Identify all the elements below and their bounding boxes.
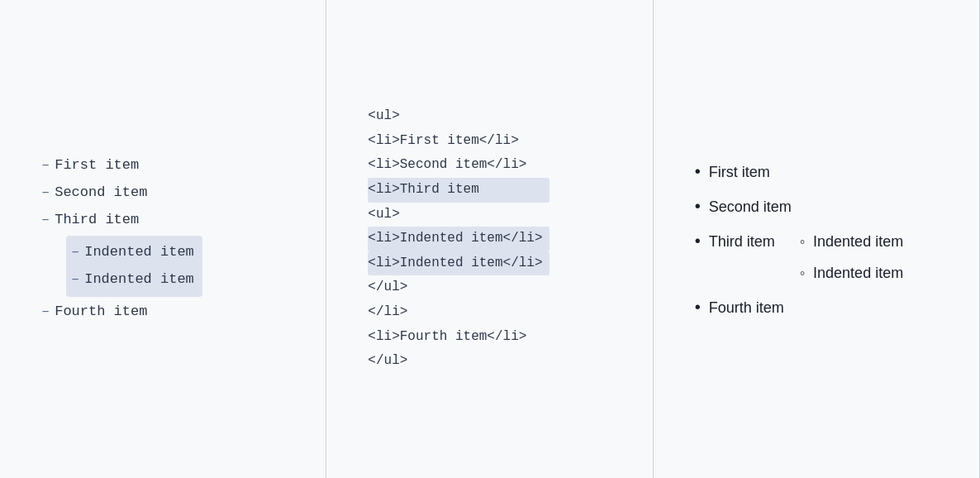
item-text: Third item [55, 208, 139, 232]
code-text: <li>First item</li> [368, 129, 518, 154]
code-line-highlighted: <li>Indented item</li> [368, 251, 549, 276]
code-text: </ul> [368, 349, 407, 374]
markdown-list: – First item – Second item – Third item … [41, 152, 202, 325]
dash-icon: – [41, 208, 50, 232]
code-block: <ul> <li>First item</li> <li>Second item… [368, 104, 549, 374]
markdown-panel: – First item – Second item – Third item … [0, 0, 326, 478]
list-item: – Third item [41, 207, 202, 234]
code-line: <ul> [368, 104, 549, 129]
list-item: Fourth item [695, 289, 904, 324]
rendered-list: First item Second item Third item Indent… [695, 154, 904, 324]
code-text: <li>Indented item</li> [368, 251, 542, 276]
list-item: – Indented item [71, 239, 194, 266]
item-text: Third item [709, 227, 775, 258]
list-item: – Indented item [71, 266, 194, 294]
code-line: <ul> [368, 203, 549, 227]
item-text: Indented item [84, 241, 194, 265]
dash-icon: – [71, 268, 79, 292]
code-line: <li>Fourth item</li> [368, 325, 549, 350]
code-text: <li>Third item [368, 178, 478, 203]
dash-icon: – [41, 181, 50, 205]
item-text: Fourth item [55, 300, 147, 324]
code-text: <ul> [368, 104, 399, 129]
code-text: <li>Second item</li> [368, 153, 526, 178]
code-line: </li> [368, 300, 549, 325]
nested-list-item: Indented item [800, 227, 903, 258]
item-text: First item [709, 157, 770, 189]
code-text: </ul> [368, 275, 407, 300]
item-text: Indented item [813, 227, 903, 258]
dash-icon: – [41, 300, 50, 324]
nested-list: Indented item Indented item [800, 227, 903, 289]
code-panel: <ul> <li>First item</li> <li>Second item… [326, 0, 653, 478]
list-item: – First item [41, 152, 202, 179]
list-item: Second item [695, 189, 904, 223]
item-text: Indented item [813, 258, 903, 289]
dash-icon: – [41, 154, 50, 178]
code-line: <li>First item</li> [368, 129, 549, 154]
item-text: Second item [709, 192, 792, 223]
code-line: <li>Second item</li> [368, 153, 549, 178]
code-text: <li>Fourth item</li> [368, 325, 526, 350]
code-line: </ul> [368, 349, 549, 374]
list-item: – Fourth item [41, 299, 202, 326]
list-item: First item [695, 154, 904, 189]
list-item: Third item Indented item Indented item [695, 223, 904, 289]
rendered-panel: First item Second item Third item Indent… [654, 0, 980, 478]
item-text: First item [55, 154, 139, 178]
code-text: <li>Indented item</li> [368, 227, 542, 251]
code-line-highlighted: <li>Third item [368, 178, 549, 203]
code-text: </li> [368, 300, 407, 325]
item-text: Second item [55, 181, 147, 205]
code-line-highlighted: <li>Indented item</li> [368, 227, 549, 251]
item-text: Indented item [84, 268, 194, 292]
item-text: Fourth item [709, 293, 784, 324]
indented-group: – Indented item – Indented item [66, 236, 202, 297]
code-text: <ul> [368, 203, 399, 227]
list-item: – Second item [41, 179, 202, 207]
nested-list-item: Indented item [800, 258, 903, 289]
dash-icon: – [71, 241, 79, 265]
code-line: </ul> [368, 275, 549, 300]
